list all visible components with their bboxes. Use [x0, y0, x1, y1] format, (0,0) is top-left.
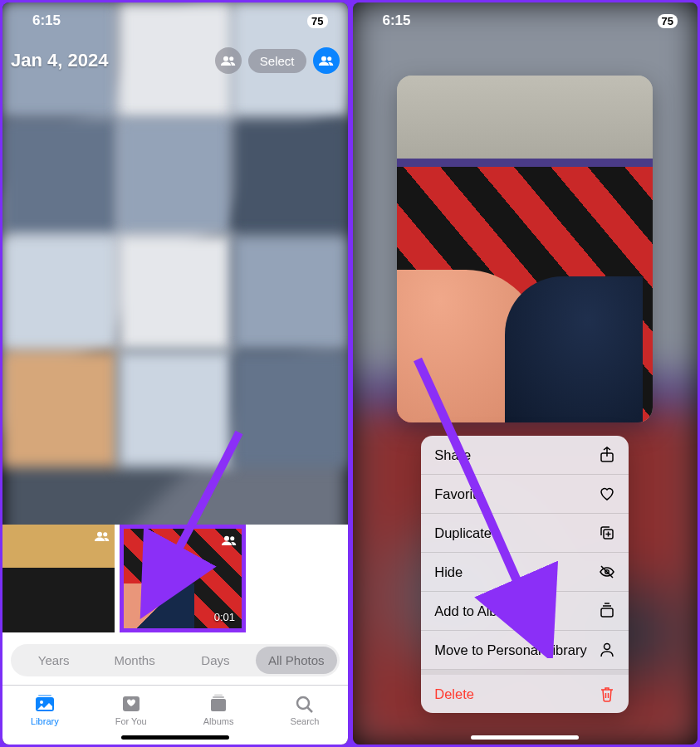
svg-point-9	[103, 532, 107, 536]
svg-point-8	[97, 532, 102, 537]
duplicate-icon	[599, 525, 615, 541]
thumbnail-video-highlighted[interactable]: 0:01	[120, 525, 246, 632]
menu-share-label: Share	[434, 447, 471, 463]
heart-icon	[599, 486, 615, 502]
tab-bar: Library For You Albums Search	[2, 685, 348, 728]
menu-duplicate[interactable]: Duplicate	[421, 514, 629, 553]
tab-search-label: Search	[291, 716, 320, 726]
share-icon	[599, 447, 615, 463]
status-bar: 6:15 75	[2, 2, 348, 39]
svg-line-20	[307, 708, 312, 713]
svg-rect-29	[601, 608, 613, 617]
menu-share[interactable]: Share	[421, 436, 629, 475]
svg-rect-17	[213, 696, 224, 698]
shared-badge[interactable]	[215, 47, 242, 74]
menu-favorite-label: Favorite	[434, 486, 484, 502]
seg-years[interactable]: Years	[13, 647, 94, 674]
photo-grid[interactable]	[2, 2, 348, 579]
home-indicator[interactable]	[121, 735, 229, 740]
thumbnail-car[interactable]	[2, 525, 115, 632]
svg-point-4	[223, 56, 228, 61]
svg-point-30	[605, 644, 610, 650]
status-time: 6:15	[383, 12, 411, 29]
svg-rect-18	[214, 695, 223, 696]
thumbnail-strip: 0:01	[2, 525, 348, 632]
library-bottom: 0:01 Years Months Days All Photos Librar…	[2, 525, 348, 745]
menu-duplicate-label: Duplicate	[434, 525, 492, 541]
svg-point-14	[40, 701, 43, 704]
library-header: Jan 4, 2024 Select	[2, 47, 348, 74]
menu-hide[interactable]: Hide	[421, 553, 629, 592]
menu-move-personal-label: Move to Personal Library	[434, 642, 586, 658]
tab-for-you[interactable]: For You	[115, 694, 147, 726]
status-bar: 6:15 75	[353, 2, 698, 39]
seg-months[interactable]: Months	[94, 647, 174, 674]
tab-library[interactable]: Library	[31, 694, 59, 726]
menu-favorite[interactable]: Favorite	[421, 475, 629, 514]
seg-days[interactable]: Days	[175, 647, 256, 674]
video-duration: 0:01	[214, 611, 235, 623]
shared-library-button[interactable]	[313, 47, 340, 74]
tab-search[interactable]: Search	[291, 694, 320, 726]
album-icon	[599, 603, 615, 619]
svg-point-7	[327, 56, 331, 61]
tab-foryou-label: For You	[115, 716, 147, 726]
menu-hide-label: Hide	[434, 564, 463, 580]
svg-point-10	[224, 536, 229, 541]
shared-icon	[222, 534, 237, 549]
photo-preview[interactable]	[397, 76, 653, 422]
menu-delete[interactable]: Delete	[421, 670, 629, 713]
menu-move-personal-library[interactable]: Move to Personal Library	[421, 631, 629, 670]
menu-add-to-album[interactable]: Add to Album	[421, 592, 629, 631]
menu-add-album-label: Add to Album	[434, 603, 516, 619]
tab-library-label: Library	[31, 716, 59, 726]
date-title: Jan 4, 2024	[11, 50, 108, 71]
shared-icon	[95, 530, 110, 544]
svg-point-6	[321, 56, 326, 61]
battery-level: 75	[658, 14, 678, 28]
tab-albums-label: Albums	[203, 716, 234, 726]
phone-left: 6:15 75 Jan 4, 2024 Select	[2, 2, 348, 745]
svg-rect-16	[211, 699, 226, 711]
battery-level: 75	[307, 14, 327, 28]
tab-albums[interactable]: Albums	[203, 694, 234, 726]
svg-point-19	[297, 697, 309, 709]
status-time: 6:15	[32, 12, 61, 29]
svg-point-11	[230, 536, 234, 540]
time-segmented-control: Years Months Days All Photos	[11, 644, 340, 676]
person-icon	[599, 642, 615, 658]
svg-rect-13	[38, 695, 51, 696]
phone-right: 6:15 75 Share Favorite Duplicate H	[353, 2, 698, 745]
home-indicator[interactable]	[471, 735, 579, 740]
select-button[interactable]: Select	[248, 49, 306, 73]
context-menu: Share Favorite Duplicate Hide Add to Alb…	[421, 436, 629, 713]
menu-delete-label: Delete	[434, 686, 474, 702]
svg-point-5	[229, 56, 233, 61]
seg-all-photos[interactable]: All Photos	[256, 647, 336, 674]
eye-slash-icon	[599, 564, 615, 580]
trash-icon	[599, 686, 615, 702]
